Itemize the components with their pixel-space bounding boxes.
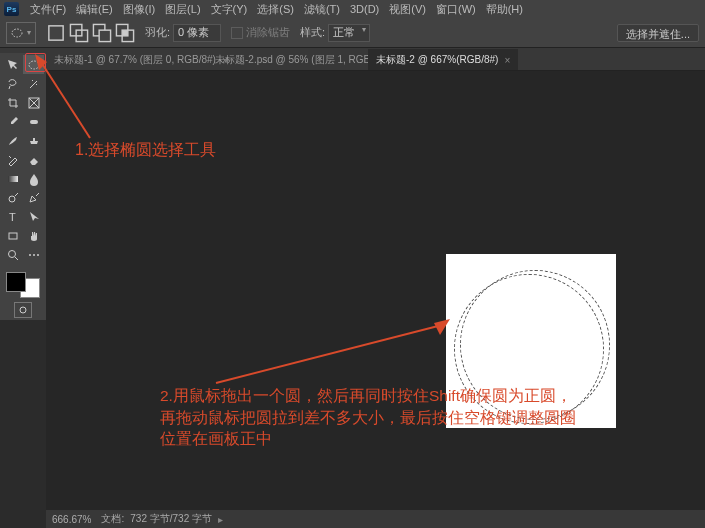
style-label: 样式: xyxy=(300,25,325,40)
svg-rect-8 xyxy=(122,30,128,36)
move-tool[interactable] xyxy=(2,55,23,74)
svg-rect-15 xyxy=(9,233,17,239)
blur-tool[interactable] xyxy=(23,169,44,188)
svg-point-16 xyxy=(8,250,15,257)
svg-point-13 xyxy=(9,196,15,202)
doc-size-label: 文档: xyxy=(101,512,124,526)
tab-label: 未标题-2.psd @ 56% (图层 1, RGB/8#) xyxy=(215,53,387,67)
style-select[interactable]: 正常▾ xyxy=(328,24,370,42)
chevron-down-icon: ▾ xyxy=(27,28,31,37)
status-bar: 666.67% 文档: 732 字节/732 字节 ▸ xyxy=(46,510,705,528)
tools-panel: T xyxy=(0,53,46,320)
intersect-selection-icon[interactable] xyxy=(115,23,135,43)
clone-stamp-tool[interactable] xyxy=(23,131,44,150)
svg-rect-5 xyxy=(99,30,110,41)
refine-edge-button[interactable]: 选择并遮住... xyxy=(617,24,699,42)
menubar: Ps 文件(F) 编辑(E) 图像(I) 图层(L) 文字(Y) 选择(S) 滤… xyxy=(0,0,705,18)
menu-filter[interactable]: 滤镜(T) xyxy=(299,2,345,17)
annotation-text-2: 2.用鼠标拖出一个圆，然后再同时按住Shift确保圆为正圆， 再拖动鼠标把圆拉到… xyxy=(160,385,576,450)
path-select-tool[interactable] xyxy=(23,207,44,226)
crop-tool[interactable] xyxy=(2,93,23,112)
menu-help[interactable]: 帮助(H) xyxy=(481,2,528,17)
menu-layer[interactable]: 图层(L) xyxy=(160,2,205,17)
menu-type[interactable]: 文字(Y) xyxy=(206,2,253,17)
zoom-tool[interactable] xyxy=(2,245,23,264)
magic-wand-tool[interactable] xyxy=(23,74,44,93)
annotation-text-1: 1.选择椭圆选择工具 xyxy=(75,140,216,161)
menu-image[interactable]: 图像(I) xyxy=(118,2,160,17)
feather-input[interactable]: 0 像素 xyxy=(173,24,221,42)
svg-point-20 xyxy=(20,307,26,313)
antialias-checkbox[interactable] xyxy=(231,27,243,39)
rectangle-tool[interactable] xyxy=(2,226,23,245)
eraser-tool[interactable] xyxy=(23,150,44,169)
menu-3d[interactable]: 3D(D) xyxy=(345,3,384,15)
menu-file[interactable]: 文件(F) xyxy=(25,2,71,17)
history-brush-tool[interactable] xyxy=(2,150,23,169)
selection-mode-group xyxy=(46,23,135,43)
color-swatches[interactable] xyxy=(2,270,44,300)
spot-heal-tool[interactable] xyxy=(23,112,44,131)
edit-toolbar[interactable] xyxy=(23,245,44,264)
antialias-label: 消除锯齿 xyxy=(246,25,290,40)
menu-view[interactable]: 视图(V) xyxy=(384,2,431,17)
svg-rect-12 xyxy=(8,176,18,182)
hand-tool[interactable] xyxy=(23,226,44,245)
svg-point-0 xyxy=(12,29,22,37)
tab-label: 未标题-2 @ 667%(RGB/8#) xyxy=(376,53,498,67)
svg-point-9 xyxy=(29,61,39,69)
zoom-level[interactable]: 666.67% xyxy=(52,514,91,525)
tab-doc-1[interactable]: 未标题-1 @ 67.7% (图层 0, RGB/8#) × xyxy=(46,49,206,70)
svg-point-19 xyxy=(37,254,39,256)
svg-text:T: T xyxy=(9,211,16,223)
subtract-selection-icon[interactable] xyxy=(92,23,112,43)
type-tool[interactable]: T xyxy=(2,207,23,226)
add-selection-icon[interactable] xyxy=(69,23,89,43)
eyedropper-tool[interactable] xyxy=(2,112,23,131)
feather-label: 羽化: xyxy=(145,25,170,40)
svg-rect-1 xyxy=(49,25,63,39)
options-bar: ▾ 羽化: 0 像素 消除锯齿 样式: 正常▾ 选择并遮住... xyxy=(0,18,705,48)
chevron-right-icon[interactable]: ▸ xyxy=(218,514,223,525)
doc-size-value: 732 字节/732 字节 xyxy=(130,512,212,526)
menu-window[interactable]: 窗口(W) xyxy=(431,2,481,17)
svg-rect-11 xyxy=(30,120,38,124)
lasso-tool[interactable] xyxy=(2,74,23,93)
app-badge: Ps xyxy=(4,2,19,16)
quick-mask-toggle[interactable] xyxy=(2,302,44,318)
document-tabs: 未标题-1 @ 67.7% (图层 0, RGB/8#) × 未标题-2.psd… xyxy=(0,48,705,71)
dodge-tool[interactable] xyxy=(2,188,23,207)
pen-tool[interactable] xyxy=(23,188,44,207)
svg-point-18 xyxy=(33,254,35,256)
elliptical-marquee-tool[interactable] xyxy=(23,55,44,74)
menu-edit[interactable]: 编辑(E) xyxy=(71,2,118,17)
tab-doc-2[interactable]: 未标题-2.psd @ 56% (图层 1, RGB/8#) × xyxy=(207,49,367,70)
foreground-color-swatch[interactable] xyxy=(6,272,26,292)
new-selection-icon[interactable] xyxy=(46,23,66,43)
svg-point-17 xyxy=(29,254,31,256)
brush-tool[interactable] xyxy=(2,131,23,150)
close-icon[interactable]: × xyxy=(504,55,510,66)
tab-label: 未标题-1 @ 67.7% (图层 0, RGB/8#) xyxy=(54,53,216,67)
tool-preset-picker[interactable]: ▾ xyxy=(6,22,36,44)
menu-select[interactable]: 选择(S) xyxy=(252,2,299,17)
frame-tool[interactable] xyxy=(23,93,44,112)
tab-doc-3[interactable]: 未标题-2 @ 667%(RGB/8#) × xyxy=(368,49,518,70)
gradient-tool[interactable] xyxy=(2,169,23,188)
